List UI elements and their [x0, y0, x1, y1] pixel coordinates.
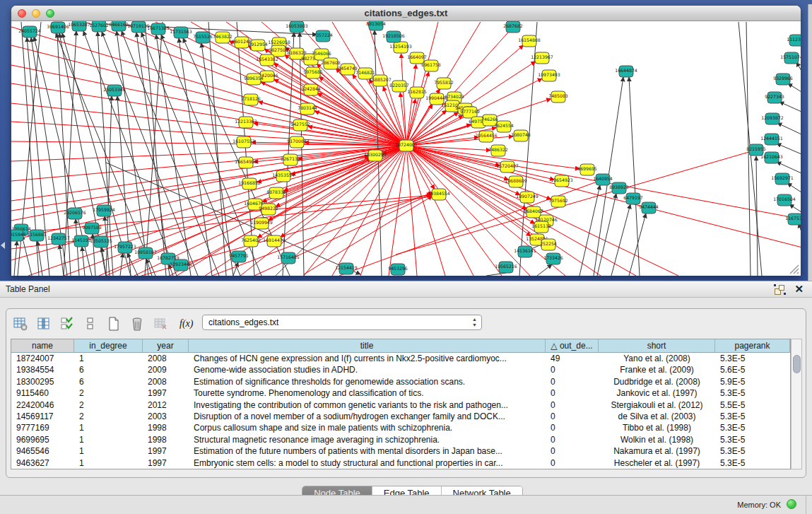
column-header[interactable]: title	[189, 339, 546, 353]
table-cell[interactable]: 5.3E-5	[715, 387, 790, 399]
table-cell[interactable]: 0	[546, 364, 599, 375]
table-cell[interactable]: 1998	[143, 434, 189, 445]
table-cell[interactable]: 5.3E-5	[715, 434, 790, 445]
table-cell[interactable]: Yano et al. (2008)	[599, 353, 715, 364]
table-cell[interactable]: 9465546	[11, 445, 74, 457]
table-cell[interactable]: 0	[546, 399, 599, 411]
column-header[interactable]: in_degree	[74, 339, 143, 353]
table-cell[interactable]: Estimation of significance thresholds fo…	[189, 376, 546, 387]
table-cell[interactable]: Disruption of a novel member of a sodium…	[189, 411, 546, 422]
table-cell[interactable]: 0	[546, 457, 599, 469]
table-cell[interactable]: 22420046	[11, 399, 74, 411]
table-cell[interactable]: 9115460	[11, 387, 74, 399]
column-header[interactable]: name	[11, 339, 74, 353]
table-cell[interactable]: 6	[74, 376, 143, 387]
table-row[interactable]: 946362711997Embryonic stem cells: a mode…	[11, 457, 790, 469]
table-cell[interactable]: 1	[74, 457, 143, 469]
network-canvas[interactable]: 1872400774638229601248891295415226058982…	[11, 21, 801, 276]
table-cell[interactable]: Franke et al. (2009)	[599, 364, 715, 375]
table-cell[interactable]: 0	[546, 387, 599, 399]
table-cell[interactable]: 2003	[143, 411, 189, 422]
clear-selection-icon[interactable]	[82, 315, 99, 332]
table-settings-icon[interactable]	[12, 315, 29, 332]
canvas-resize-grip[interactable]	[788, 263, 799, 274]
table-row[interactable]: 2242004622012Investigating the contribut…	[11, 399, 790, 411]
table-cell[interactable]: Tibbo et al. (1998)	[599, 422, 715, 433]
table-cell[interactable]: 0	[546, 376, 599, 387]
table-cell[interactable]: Embryonic stem cells: a model to study s…	[189, 457, 546, 469]
table-cell[interactable]: 0	[546, 422, 599, 433]
table-cell[interactable]: 18724007	[11, 353, 74, 364]
table-cell[interactable]: Hescheler et al. (1997)	[599, 457, 715, 469]
table-cell[interactable]: Estimation of the future numbers of pati…	[189, 445, 546, 457]
table-cell[interactable]: Investigating the contribution of common…	[189, 399, 546, 411]
table-cell[interactable]: 9699695	[11, 434, 74, 445]
table-row[interactable]: 969969511998Structural magnetic resonanc…	[11, 434, 790, 445]
table-row[interactable]: 1872400712008Changes of HCN gene express…	[11, 353, 790, 364]
table-cell[interactable]: Tourette syndrome. Phenomenology and cla…	[189, 387, 546, 399]
table-cell[interactable]: 5.3E-5	[715, 353, 790, 364]
table-cell[interactable]: 2	[74, 399, 143, 411]
table-cell[interactable]: 2	[74, 387, 143, 399]
table-cell[interactable]: 49	[546, 353, 599, 364]
table-cell[interactable]: 1997	[143, 387, 189, 399]
column-header[interactable]: △ out_de...	[546, 339, 599, 353]
table-cell[interactable]: 5.9E-5	[715, 376, 790, 387]
table-cell[interactable]: de Silva et al. (2003)	[599, 411, 715, 422]
table-cell[interactable]: 2008	[143, 376, 189, 387]
table-cell[interactable]: 19384554	[11, 364, 74, 375]
table-cell[interactable]: 1	[74, 434, 143, 445]
table-cell[interactable]: 5.5E-5	[715, 399, 790, 411]
table-cell[interactable]: 5.6E-5	[715, 364, 790, 375]
table-cell[interactable]: 14569117	[11, 411, 74, 422]
table-rows[interactable]: 1872400712008Changes of HCN gene express…	[11, 353, 790, 469]
show-columns-icon[interactable]	[35, 315, 52, 332]
function-builder-icon[interactable]: f(x)	[180, 318, 193, 329]
table-cell[interactable]: Structural magnetic resonance image aver…	[189, 434, 546, 445]
table-cell[interactable]: 1997	[143, 457, 189, 469]
table-row[interactable]: 911546021997Tourette syndrome. Phenomeno…	[11, 387, 790, 399]
table-scrollbar[interactable]	[791, 339, 802, 469]
float-panel-icon[interactable]	[775, 284, 785, 295]
memory-ok-indicator-icon[interactable]	[787, 499, 796, 509]
table-cell[interactable]: 5.3E-5	[715, 422, 790, 433]
table-cell[interactable]: Wolkin et al. (1998)	[599, 434, 715, 445]
column-header[interactable]: short	[599, 339, 715, 353]
table-cell[interactable]: 6	[74, 364, 143, 375]
table-cell[interactable]: 0	[546, 434, 599, 445]
delete-trash-icon[interactable]	[129, 315, 146, 332]
table-cell[interactable]: 9777169	[11, 422, 74, 433]
table-cell[interactable]: Genome-wide association studies in ADHD.	[189, 364, 546, 375]
select-all-icon[interactable]	[59, 315, 76, 332]
node-table[interactable]: namein_degreeyeartitle△ out_de...shortpa…	[11, 339, 791, 469]
panel-collapse-arrow-icon[interactable]	[1, 242, 5, 249]
network-window[interactable]: citations_edges.txt 18724007746382296012…	[11, 6, 801, 276]
table-cell[interactable]: 9463627	[11, 457, 74, 469]
table-row[interactable]: 977716911998Corpus callosum shape and si…	[11, 422, 790, 433]
table-cell[interactable]: 1997	[143, 445, 189, 457]
table-cell[interactable]: 1	[74, 445, 143, 457]
close-panel-icon[interactable]: ✕	[794, 283, 804, 296]
table-row[interactable]: 946554611997Estimation of the future num…	[11, 445, 790, 457]
table-scrollbar-thumb[interactable]	[793, 355, 801, 373]
column-header[interactable]: year	[143, 339, 189, 353]
delete-table-icon[interactable]	[152, 315, 169, 332]
table-row[interactable]: 1938455462009Genome-wide association stu…	[11, 364, 790, 375]
table-cell[interactable]: 1	[74, 353, 143, 364]
table-cell[interactable]: 2009	[143, 364, 189, 375]
table-header-row[interactable]: namein_degreeyeartitle△ out_de...shortpa…	[11, 339, 790, 353]
network-window-titlebar[interactable]: citations_edges.txt	[11, 6, 801, 21]
table-cell[interactable]: 5.3E-5	[715, 411, 790, 422]
table-cell[interactable]: 2	[74, 411, 143, 422]
new-document-icon[interactable]	[105, 315, 122, 332]
table-cell[interactable]: Changes of HCN gene expression and I(f) …	[189, 353, 546, 364]
table-cell[interactable]: 5.3E-5	[715, 445, 790, 457]
table-cell[interactable]: 1	[74, 422, 143, 433]
table-row[interactable]: 1830029562008Estimation of significance …	[11, 376, 790, 387]
table-cell[interactable]: 5.3E-5	[715, 457, 790, 469]
table-cell[interactable]: 0	[546, 445, 599, 457]
table-cell[interactable]: Stergiakouli et al. (2012)	[599, 399, 715, 411]
column-header[interactable]: pagerank	[715, 339, 790, 353]
table-cell[interactable]: Corpus callosum shape and size in male p…	[189, 422, 546, 433]
table-cell[interactable]: 2012	[143, 399, 189, 411]
